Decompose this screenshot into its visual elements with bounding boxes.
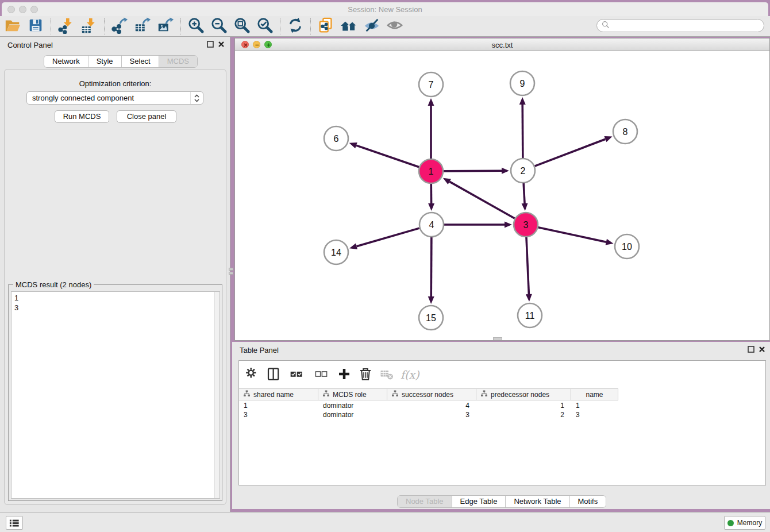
select-all-button[interactable]: [286, 366, 307, 383]
column-header-name[interactable]: name: [571, 389, 618, 400]
hide-selected-button[interactable]: [360, 17, 383, 36]
first-neighbors-button[interactable]: [337, 17, 360, 36]
graph-node-9[interactable]: 9: [510, 71, 534, 95]
cell-MCDS-role[interactable]: dominator: [318, 401, 387, 410]
column-header-shared-name[interactable]: shared name: [239, 389, 318, 400]
cell-name[interactable]: 3: [571, 410, 618, 419]
tab-node-table[interactable]: Node Table: [398, 496, 452, 507]
edge-2-3[interactable]: [522, 183, 528, 211]
import-table-button[interactable]: [78, 17, 101, 36]
run-mcds-button[interactable]: Run MCDS: [55, 110, 109, 123]
graph-node-4[interactable]: 4: [419, 213, 444, 237]
clone-network-button[interactable]: [314, 17, 337, 36]
close-table-panel-icon[interactable]: [759, 346, 765, 353]
graph-node-1[interactable]: 1: [419, 159, 443, 183]
panel-splitter-handle[interactable]: [229, 266, 233, 276]
cell-MCDS-role[interactable]: dominator: [318, 410, 387, 419]
network-titlebar[interactable]: scc.txt: [235, 38, 769, 51]
edge-4-15[interactable]: [428, 237, 434, 304]
edge-3-10[interactable]: [538, 228, 614, 245]
list-icon: [9, 519, 20, 527]
cell-successor-nodes[interactable]: 3: [387, 410, 476, 419]
tab-motifs[interactable]: Motifs: [570, 496, 606, 507]
column-header-successor-nodes[interactable]: successor nodes: [387, 389, 476, 400]
tab-style[interactable]: Style: [88, 56, 122, 67]
cell-shared-name[interactable]: 1: [239, 401, 318, 410]
save-session-button[interactable]: [24, 17, 47, 36]
cell-successor-nodes[interactable]: 4: [387, 401, 476, 410]
edge-2-9[interactable]: [519, 97, 526, 158]
trash-button[interactable]: [357, 366, 374, 383]
tab-network-table[interactable]: Network Table: [506, 496, 569, 507]
close-panel-icon[interactable]: [218, 41, 225, 48]
columns-button[interactable]: [265, 366, 282, 383]
float-table-panel-icon[interactable]: [748, 346, 754, 353]
graph-node-14[interactable]: 14: [324, 240, 348, 264]
export-table-button[interactable]: [131, 17, 154, 36]
import-network-button[interactable]: [55, 17, 78, 36]
graph-node-6[interactable]: 6: [324, 126, 348, 151]
edge-3-1[interactable]: [443, 178, 515, 218]
tab-edge-table[interactable]: Edge Table: [452, 496, 506, 507]
show-all-button[interactable]: [383, 17, 406, 36]
window-title: Session: New Session: [2, 5, 768, 14]
cell-name[interactable]: 1: [571, 401, 618, 410]
graph-node-11[interactable]: 11: [518, 303, 542, 327]
gear-button[interactable]: [244, 366, 261, 383]
criterion-dropdown[interactable]: strongly connected component: [26, 91, 203, 105]
deselect-all-button[interactable]: [311, 366, 332, 383]
network-canvas[interactable]: 7968124314101511: [235, 51, 769, 340]
graph-node-10[interactable]: 10: [615, 234, 639, 259]
search-input[interactable]: [613, 22, 759, 30]
frame-resize-handle[interactable]: [493, 337, 502, 340]
result-scrollbar[interactable]: [214, 292, 220, 498]
mcds-result-text: 1 3: [14, 293, 213, 497]
add-button[interactable]: [336, 366, 353, 383]
memory-status-icon: [727, 520, 734, 526]
zoom-fit-button[interactable]: [230, 17, 253, 36]
edge-3-11[interactable]: [526, 237, 532, 302]
search-field[interactable]: [596, 19, 764, 32]
open-session-button[interactable]: [1, 17, 24, 36]
graph-node-8[interactable]: 8: [613, 119, 637, 144]
zoom-in-button[interactable]: [184, 17, 207, 36]
graph-node-7[interactable]: 7: [419, 72, 443, 97]
optimization-criterion-label: Optimization criterion:: [5, 79, 226, 88]
function-builder-button: f(x): [399, 368, 419, 381]
cell-predecessor-nodes[interactable]: 2: [476, 410, 571, 419]
edge-4-3[interactable]: [444, 222, 512, 228]
float-panel-icon[interactable]: [207, 41, 214, 48]
column-header-predecessor-nodes[interactable]: predecessor nodes: [476, 389, 571, 400]
edge-4-14[interactable]: [349, 228, 419, 249]
memory-button[interactable]: Memory: [724, 516, 765, 530]
export-network-button[interactable]: [108, 17, 131, 36]
cell-shared-name[interactable]: 3: [239, 410, 318, 419]
graph-node-15[interactable]: 15: [419, 306, 443, 330]
export-image-button[interactable]: [154, 17, 177, 36]
refresh-button[interactable]: [284, 17, 307, 36]
close-panel-button[interactable]: Close panel: [117, 110, 176, 123]
tab-select[interactable]: Select: [122, 56, 159, 67]
import-network-icon: [57, 17, 75, 36]
column-tree-icon: [244, 390, 250, 399]
tab-network[interactable]: Network: [44, 56, 88, 67]
graph-node-3[interactable]: 3: [514, 213, 538, 237]
export-network-icon: [111, 17, 128, 36]
cell-predecessor-nodes[interactable]: 1: [476, 401, 571, 410]
mcds-result-area[interactable]: 1 3: [11, 291, 220, 499]
graph-node-2[interactable]: 2: [511, 159, 535, 183]
column-header-MCDS-role[interactable]: MCDS role: [318, 389, 387, 400]
edge-1-7[interactable]: [428, 98, 434, 159]
edge-1-6[interactable]: [349, 142, 419, 167]
edge-2-8[interactable]: [535, 136, 613, 166]
zoom-selected-button[interactable]: [253, 17, 276, 36]
edge-1-2[interactable]: [444, 168, 509, 174]
dropdown-stepper-icon: [190, 92, 203, 104]
toolbar-separator: [310, 18, 311, 34]
edge-1-4[interactable]: [428, 184, 434, 211]
tab-mcds[interactable]: MCDS: [159, 56, 197, 67]
show-panels-button[interactable]: [6, 516, 23, 530]
zoom-selected-icon: [256, 17, 274, 36]
criterion-value: strongly connected component: [27, 94, 190, 102]
zoom-out-button[interactable]: [207, 17, 230, 36]
